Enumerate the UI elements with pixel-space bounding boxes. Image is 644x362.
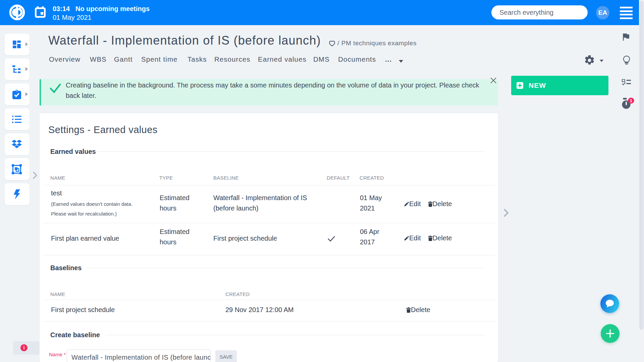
svg-text:1: 1 (630, 99, 632, 103)
